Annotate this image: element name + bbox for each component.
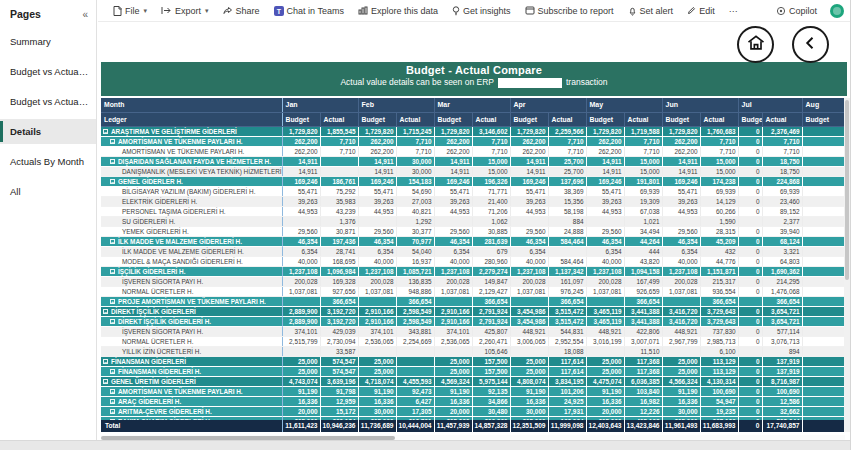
expand-icon[interactable]: + [110,299,115,304]
collapse-icon[interactable]: − [110,239,115,244]
value-cell: 169,246 [586,176,624,186]
export-button[interactable]: Export▾ [154,0,216,21]
table-row: −DIŞARIDAN SAĞLANAN FAYDA VE HİZMETLER H… [101,156,845,166]
collapse-icon[interactable]: − [103,379,108,384]
ledger-cell: SU GİDERLERİ H. [101,216,282,226]
svg-text:T: T [276,7,281,14]
subscribe-to-report-button[interactable]: Subscribe to report [518,0,621,21]
home-button[interactable] [737,26,774,63]
value-cell: 3,654,721 [762,316,802,326]
user-avatar[interactable] [830,4,844,18]
value-cell: 44,953 [358,206,396,216]
table-row: +ARITMA-ÇEVRE GİDERLERİ H.20,00015,17230… [101,406,845,416]
expand-icon[interactable]: + [110,409,115,414]
value-cell: 25,000 [434,366,472,376]
ledger-cell: DANIŞMANLIK (MESLEKİ VEYA TEKNİK) HİZMET… [101,166,282,176]
sidebar-item-all[interactable]: All [0,179,96,204]
vertical-scrollbar-thumb[interactable] [845,100,849,280]
value-cell: 1,037,081 [282,286,320,296]
value-cell: 0 [738,126,762,136]
total-value-cell: 14,857,328 [472,420,510,432]
subcolumn-header-jul-budget: Budget [738,112,762,126]
value-cell [802,286,845,296]
collapse-icon[interactable]: − [110,139,115,144]
value-cell: 92,135 [472,386,510,396]
table-row: +ARAÇ GİDERLERİ H.16,33612,95916,3366,42… [101,396,845,406]
value-cell: 884 [548,216,586,226]
table-row: İLK MADDE VE MALZEME GİDERLERİ H.6,35428… [101,246,845,256]
value-cell: 54,690 [396,186,434,196]
value-cell: 14,911 [662,166,700,176]
value-cell: 105,646 [472,346,510,356]
copilot-icon [776,6,786,16]
sidebar-item-budget-vs-actual-charts[interactable]: Budget vs Actual Charts [0,89,96,114]
value-cell: 55,471 [282,186,320,196]
subcolumn-header-jul-actual: Actual [762,112,802,126]
value-cell: 16,336 [358,396,396,406]
vertical-scrollbar[interactable] [844,98,850,432]
file-button[interactable]: File▾ [106,0,154,21]
collapse-icon[interactable]: − [103,309,108,314]
value-cell: 30,000 [358,406,396,416]
value-cell: 2,376,469 [762,126,802,136]
collapse-icon[interactable]: − [103,129,108,134]
value-cell: 6,354 [586,246,624,256]
value-cell: 32,662 [762,406,802,416]
value-cell: 4,566,324 [662,376,700,386]
value-cell [802,406,845,416]
set-alert-button[interactable]: Set alert [621,0,681,21]
sidebar-item-actuals-by-month[interactable]: Actuals By Month [0,149,96,174]
value-cell: 7,710 [548,136,586,146]
sidebar-item-details[interactable]: Details [0,119,96,144]
collapse-icon[interactable]: − [103,359,108,364]
edit-button[interactable]: Edit [680,0,722,21]
column-header-jan: Jan [282,98,358,112]
get-insights-button[interactable]: Get insights [445,0,518,21]
value-cell: 44,953 [282,206,320,216]
value-cell: 224,868 [762,176,802,186]
expand-icon[interactable]: + [110,369,115,374]
value-cell: 3,321 [762,246,802,256]
expand-icon[interactable]: + [110,389,115,394]
value-cell: 6,427 [396,396,434,406]
value-cell: 0 [738,306,762,316]
collapse-sidebar-icon[interactable]: « [82,9,88,20]
share-button[interactable]: Share [216,0,267,21]
value-cell: 14,911 [282,156,320,166]
home-icon [746,33,766,56]
collapse-icon[interactable]: − [110,319,115,324]
subcolumn-header-feb-budget: Budget [358,112,396,126]
value-cell: 113,129 [700,356,738,366]
expand-icon[interactable]: + [110,399,115,404]
collapse-icon[interactable]: − [110,179,115,184]
total-value-cell: 11,999,098 [548,420,586,432]
value-cell: 3,192,720 [320,316,358,326]
value-cell: 15,000 [700,166,738,176]
value-cell: 262,200 [358,136,396,146]
total-label: Total [101,420,282,432]
copilot-button[interactable]: Copilot [769,0,824,21]
more-options-button[interactable]: ··· [722,0,745,21]
table-row: ELEKTRİK GİDERLERİ H.39,26335,98339,2632… [101,196,845,206]
value-cell: 3,515,472 [548,306,586,316]
value-cell: 3,729,643 [700,306,738,316]
sidebar-item-budget-vs-actual-line-g-[interactable]: Budget vs Actual Line G... [0,59,96,84]
value-cell: 24,888 [548,226,586,236]
back-button[interactable] [792,26,829,63]
collapse-icon[interactable]: − [110,269,115,274]
value-cell: 29,560 [282,226,320,236]
value-cell: 4,475,074 [586,376,624,386]
sidebar-item-summary[interactable]: Summary [0,29,96,54]
value-cell: 1,237,108 [510,266,548,276]
chat-in-teams-button[interactable]: TChat in Teams [267,0,351,21]
value-cell: 137,919 [762,366,802,376]
ledger-cell: −AMORTİSMAN VE TÜKENME PAYLARI H. [101,136,282,146]
value-cell [802,356,845,366]
collapse-icon[interactable]: − [110,159,115,164]
value-cell [662,216,700,226]
ledger-cell: −DİREKT İŞÇİLİK GİDERLERİ [101,306,282,316]
explore-this-data-button[interactable]: Explore this data [351,0,445,21]
table-row: SU GİDERLERİ H.1,3761,2921,0628841,0211,… [101,216,845,226]
value-cell: 25,000 [358,356,396,366]
value-cell: 2,889,900 [282,316,320,326]
